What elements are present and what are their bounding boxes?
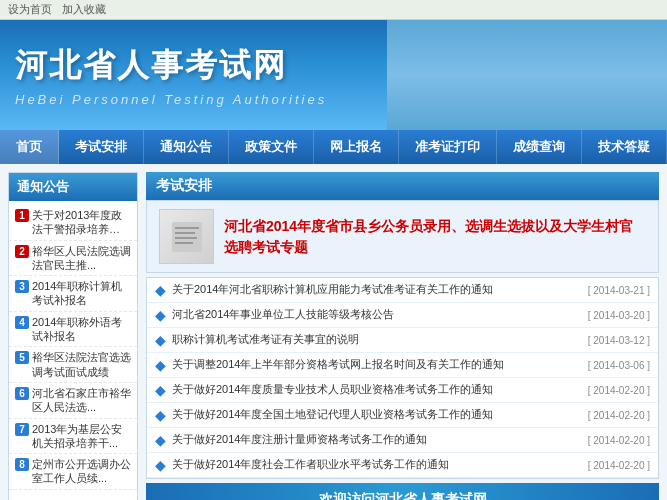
news-text[interactable]: 河北省2014年事业单位工人技能等级考核公告 <box>172 307 582 322</box>
list-item[interactable]: 1 关于对2013年度政法干警招录培养… <box>9 205 137 241</box>
news-text[interactable]: 关于做好2014年度质量专业技术人员职业资格准考试务工作的通知 <box>172 382 582 397</box>
nav-item-exam-schedule[interactable]: 考试安排 <box>59 130 144 164</box>
news-item[interactable]: ◆ 关于做好2014年度全国土地登记代理人职业资格考试务工作的通知 [ 2014… <box>147 403 658 428</box>
header: 河北省人事考试网 HeBei Personnel Testing Authori… <box>0 20 667 130</box>
news-item[interactable]: ◆ 关于做好2014年度社会工作者职业水平考试务工作的通知 [ 2014-02-… <box>147 453 658 478</box>
news-item[interactable]: ◆ 关于做好2014年度质量专业技术人员职业资格准考试务工作的通知 [ 2014… <box>147 378 658 403</box>
item-number: 2 <box>15 245 29 258</box>
list-item[interactable]: 2 裕华区人民法院选调法官民主推... <box>9 241 137 277</box>
news-text[interactable]: 关于做好2014年度社会工作者职业水平考试务工作的通知 <box>172 457 582 472</box>
main-content: 通知公告 1 关于对2013年度政法干警招录培养… 2 裕华区人民法院选调法官民… <box>0 164 667 500</box>
list-item[interactable]: 3 2014年职称计算机考试补报名 <box>9 276 137 312</box>
bullet-icon: ◆ <box>155 307 166 323</box>
list-item[interactable]: 7 2013年为基层公安机关招录培养干... <box>9 419 137 455</box>
header-city-image <box>387 20 667 130</box>
item-text: 裕华区法院法官选选调考试面试成绩 <box>32 350 131 379</box>
nav-item-tech[interactable]: 技术答疑 <box>582 130 667 164</box>
nav-item-policy[interactable]: 政策文件 <box>229 130 314 164</box>
site-title-zh: 河北省人事考试网 <box>15 44 327 88</box>
svg-rect-3 <box>175 237 197 239</box>
news-item[interactable]: ◆ 职称计算机考试准考证有关事宜的说明 [ 2014-03-12 ] <box>147 328 658 353</box>
nav-item-admit-card[interactable]: 准考证打印 <box>399 130 497 164</box>
item-text: 2014年职称计算机考试补报名 <box>32 279 131 308</box>
content-section-title: 考试安排 <box>146 172 659 200</box>
item-number: 5 <box>15 351 29 364</box>
item-number: 8 <box>15 458 29 471</box>
news-date: [ 2014-02-20 ] <box>588 385 650 396</box>
news-item[interactable]: ◆ 关于调整2014年上半年部分资格考试网上报名时间及有关工作的通知 [ 201… <box>147 353 658 378</box>
content-area: 考试安排 河北省2014年度省市县乡公务员录用、选调生选拔以及大学生村官选聘考试… <box>146 172 659 500</box>
exam-banner[interactable]: 河北省2014年度省市县乡公务员录用、选调生选拔以及大学生村官选聘考试专题 <box>146 200 659 273</box>
item-number: 3 <box>15 280 29 293</box>
news-date: [ 2014-03-06 ] <box>588 360 650 371</box>
news-date: [ 2014-03-20 ] <box>588 310 650 321</box>
item-text: 裕华区人民法院选调法官民主推... <box>32 244 131 273</box>
news-item[interactable]: ◆ 关于做好2014年度注册计量师资格考试务工作的通知 [ 2014-02-20… <box>147 428 658 453</box>
nav-item-online-reg[interactable]: 网上报名 <box>314 130 399 164</box>
bullet-icon: ◆ <box>155 382 166 398</box>
set-homepage-link[interactable]: 设为首页 <box>8 2 52 17</box>
bullet-icon: ◆ <box>155 282 166 298</box>
news-text[interactable]: 关于做好2014年度全国土地登记代理人职业资格考试务工作的通知 <box>172 407 582 422</box>
item-number: 7 <box>15 423 29 436</box>
item-text: 2013年为基层公安机关招录培养干... <box>32 422 131 451</box>
news-date: [ 2014-03-21 ] <box>588 285 650 296</box>
news-date: [ 2014-02-20 ] <box>588 435 650 446</box>
news-text[interactable]: 关于2014年河北省职称计算机应用能力考试准考证有关工作的通知 <box>172 282 582 297</box>
svg-rect-2 <box>175 232 195 234</box>
item-text: 2014年职称外语考试补报名 <box>32 315 131 344</box>
news-item[interactable]: ◆ 河北省2014年事业单位工人技能等级考核公告 [ 2014-03-20 ] <box>147 303 658 328</box>
item-text: 关于对2013年度政法干警招录培养… <box>32 208 131 237</box>
bullet-icon: ◆ <box>155 407 166 423</box>
nav-item-notice[interactable]: 通知公告 <box>144 130 229 164</box>
item-text: 河北省石家庄市裕华区人民法选... <box>32 386 131 415</box>
sidebar: 通知公告 1 关于对2013年度政法干警招录培养… 2 裕华区人民法院选调法官民… <box>8 172 138 500</box>
welcome-banner: 欢迎访问河北省人事考试网 <box>146 483 659 500</box>
bookmark-link[interactable]: 加入收藏 <box>62 2 106 17</box>
site-title-en: HeBei Personnel Testing Authorities <box>15 92 327 107</box>
exam-banner-image <box>159 209 214 264</box>
site-logo: 河北省人事考试网 HeBei Personnel Testing Authori… <box>15 44 327 107</box>
list-item[interactable]: 4 2014年职称外语考试补报名 <box>9 312 137 348</box>
item-number: 6 <box>15 387 29 400</box>
nav-item-home[interactable]: 首页 <box>0 130 59 164</box>
news-list: ◆ 关于2014年河北省职称计算机应用能力考试准考证有关工作的通知 [ 2014… <box>146 277 659 479</box>
list-item[interactable]: 5 裕华区法院法官选选调考试面试成绩 <box>9 347 137 383</box>
list-item[interactable]: 6 河北省石家庄市裕华区人民法选... <box>9 383 137 419</box>
news-date: [ 2014-03-12 ] <box>588 335 650 346</box>
notice-section: 通知公告 1 关于对2013年度政法干警招录培养… 2 裕华区人民法院选调法官民… <box>8 172 138 500</box>
bullet-icon: ◆ <box>155 332 166 348</box>
list-item[interactable]: 8 定州市公开选调办公室工作人员续... <box>9 454 137 490</box>
svg-rect-1 <box>175 227 199 229</box>
news-text[interactable]: 关于调整2014年上半年部分资格考试网上报名时间及有关工作的通知 <box>172 357 582 372</box>
notice-more[interactable]: more>>>> <box>9 494 137 500</box>
svg-rect-4 <box>175 242 193 244</box>
bullet-icon: ◆ <box>155 457 166 473</box>
news-text[interactable]: 职称计算机考试准考证有关事宜的说明 <box>172 332 582 347</box>
bullet-icon: ◆ <box>155 357 166 373</box>
news-date: [ 2014-02-20 ] <box>588 460 650 471</box>
item-number: 4 <box>15 316 29 329</box>
item-text: 定州市公开选调办公室工作人员续... <box>32 457 131 486</box>
notice-list: 1 关于对2013年度政法干警招录培养… 2 裕华区人民法院选调法官民主推...… <box>9 201 137 494</box>
bullet-icon: ◆ <box>155 432 166 448</box>
top-bar: 设为首页 加入收藏 <box>0 0 667 20</box>
exam-banner-title: 河北省2014年度省市县乡公务员录用、选调生选拔以及大学生村官选聘考试专题 <box>224 216 646 258</box>
nav-item-score[interactable]: 成绩查询 <box>497 130 582 164</box>
notice-title: 通知公告 <box>9 173 137 201</box>
news-text[interactable]: 关于做好2014年度注册计量师资格考试务工作的通知 <box>172 432 582 447</box>
item-number: 1 <box>15 209 29 222</box>
main-nav: 首页 考试安排 通知公告 政策文件 网上报名 准考证打印 成绩查询 技术答疑 机… <box>0 130 667 164</box>
news-item[interactable]: ◆ 关于2014年河北省职称计算机应用能力考试准考证有关工作的通知 [ 2014… <box>147 278 658 303</box>
news-date: [ 2014-02-20 ] <box>588 410 650 421</box>
